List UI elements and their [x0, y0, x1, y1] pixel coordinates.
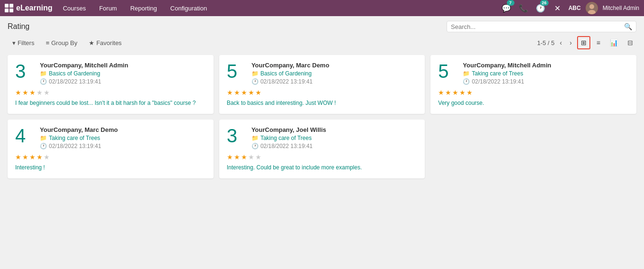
- star-icon: ★: [37, 153, 43, 161]
- datetime-value: 02/18/2022 13:19:41: [261, 143, 313, 149]
- user-avatar[interactable]: [586, 2, 598, 14]
- activity-button[interactable]: 🕐 26: [534, 2, 547, 14]
- star-icon: ★: [29, 153, 36, 161]
- favorites-label: Favorites: [96, 39, 121, 46]
- pagination-info: 1-5 / 5: [537, 39, 555, 46]
- card-comment: Back to basics and interesting. Just WOW…: [227, 99, 418, 107]
- star-icon: ★: [22, 89, 28, 96]
- content-area: Rating 🔍 ▾ Filters ≡ Group By ★ Favorite…: [0, 16, 644, 183]
- star-icon: ★: [227, 89, 233, 96]
- favorites-button[interactable]: ★ Favorites: [84, 37, 126, 48]
- messages-badge: 7: [507, 0, 514, 6]
- groupby-button[interactable]: ≡ Group By: [41, 37, 82, 48]
- view-pivot-button[interactable]: ⊟: [624, 37, 636, 49]
- card-name: YourCompany, Mitchell Admin: [40, 62, 206, 69]
- card-course[interactable]: 📁 Taking care of Trees: [40, 135, 206, 141]
- star-icon: ★: [445, 89, 451, 96]
- card-datetime: 🕐 02/18/2022 13:19:41: [40, 143, 206, 149]
- card-top: 5 YourCompany, Mitchell Admin 📁 Taking c…: [438, 62, 629, 85]
- card-course[interactable]: 📁 Basics of Gardening: [252, 70, 418, 77]
- card-comment: Very good course.: [438, 99, 629, 107]
- app-name: eLearning: [16, 4, 52, 12]
- card-course[interactable]: 📁 Basics of Gardening: [40, 70, 206, 77]
- card-stars: ★★★★★: [227, 89, 418, 96]
- star-icon: ★: [467, 89, 473, 96]
- course-name: Taking care of Trees: [472, 70, 523, 77]
- logo-grid-icon: [5, 4, 13, 12]
- star-icon: ★: [241, 153, 247, 161]
- card-datetime: 🕐 02/18/2022 13:19:41: [463, 78, 629, 85]
- rating-card: 3 YourCompany, Joel Willis 📁 Taking care…: [219, 120, 425, 178]
- card-comment: Interesting. Could be great to include m…: [227, 164, 418, 172]
- star-icon: ★: [452, 89, 458, 96]
- menu-configuration[interactable]: Configuration: [165, 3, 213, 14]
- card-datetime: 🕐 02/18/2022 13:19:41: [252, 143, 418, 149]
- subheader: Rating 🔍: [8, 21, 636, 32]
- card-stars: ★★★★★: [15, 153, 206, 161]
- toolbar: ▾ Filters ≡ Group By ★ Favorites 1-5 / 5…: [8, 36, 636, 49]
- star-icon: ★: [438, 89, 444, 96]
- card-info: YourCompany, Marc Demo 📁 Taking care of …: [40, 126, 206, 149]
- clock-icon: 🕐: [40, 143, 47, 149]
- pagination-prev[interactable]: ‹: [557, 38, 564, 47]
- card-comment: Interesting !: [15, 164, 206, 172]
- star-icon: ★: [459, 89, 466, 96]
- svg-point-1: [589, 4, 594, 9]
- card-course[interactable]: 📁 Taking care of Trees: [463, 70, 629, 77]
- card-name: YourCompany, Marc Demo: [40, 126, 206, 133]
- pagination-next[interactable]: ›: [567, 38, 574, 47]
- star-icon: ★: [15, 89, 21, 96]
- star-icon: ★: [234, 89, 240, 96]
- topnav-right: 💬 7 📞 🕐 26 ✕ ABC Mitchell Admin: [500, 2, 639, 14]
- folder-icon: 📁: [252, 135, 259, 141]
- phone-button[interactable]: 📞: [517, 2, 530, 14]
- search-input[interactable]: [451, 23, 624, 30]
- abc-label[interactable]: ABC: [569, 5, 581, 11]
- card-datetime: 🕐 02/18/2022 13:19:41: [252, 78, 418, 85]
- star-icon: ★: [241, 89, 247, 96]
- view-chart-button[interactable]: 📊: [607, 37, 621, 49]
- clock-icon: 🕐: [252, 78, 259, 85]
- star-icon: ★: [15, 153, 21, 161]
- view-kanban-button[interactable]: ⊞: [577, 36, 590, 49]
- card-stars: ★★★★★: [15, 89, 206, 96]
- favorites-icon: ★: [89, 39, 94, 46]
- card-score: 5: [438, 62, 457, 81]
- groupby-label: Group By: [51, 39, 77, 46]
- menu-reporting[interactable]: Reporting: [124, 3, 162, 14]
- card-course[interactable]: 📁 Taking care of Trees: [252, 135, 418, 141]
- filters-button[interactable]: ▾ Filters: [8, 37, 39, 48]
- search-icon[interactable]: 🔍: [624, 23, 632, 30]
- clock-icon: 🕐: [40, 78, 47, 85]
- star-icon: ★: [37, 89, 43, 96]
- menu-courses[interactable]: Courses: [57, 3, 91, 14]
- app-logo[interactable]: eLearning: [5, 4, 52, 12]
- view-list-button[interactable]: ≡: [593, 37, 604, 49]
- star-icon: ★: [29, 89, 36, 96]
- card-stars: ★★★★★: [227, 153, 418, 161]
- card-score: 3: [15, 62, 34, 81]
- datetime-value: 02/18/2022 13:19:41: [472, 78, 524, 85]
- main-menu: Courses Forum Reporting Configuration: [57, 3, 500, 14]
- username-label[interactable]: Mitchell Admin: [603, 5, 639, 11]
- card-score: 4: [15, 126, 34, 145]
- folder-icon: 📁: [40, 70, 47, 77]
- course-name: Taking care of Trees: [261, 135, 312, 141]
- card-name: YourCompany, Marc Demo: [252, 62, 418, 69]
- star-icon: ★: [44, 153, 50, 161]
- groupby-icon: ≡: [46, 39, 49, 46]
- settings-button[interactable]: ✕: [551, 2, 564, 14]
- topnav: eLearning Courses Forum Reporting Config…: [0, 0, 644, 16]
- card-top: 5 YourCompany, Marc Demo 📁 Basics of Gar…: [227, 62, 418, 85]
- star-icon: ★: [234, 153, 240, 161]
- star-icon: ★: [248, 153, 254, 161]
- card-info: YourCompany, Mitchell Admin 📁 Taking car…: [463, 62, 629, 85]
- menu-forum[interactable]: Forum: [93, 3, 123, 14]
- card-datetime: 🕐 02/18/2022 13:19:41: [40, 78, 206, 85]
- card-top: 4 YourCompany, Marc Demo 📁 Taking care o…: [15, 126, 206, 149]
- messages-button[interactable]: 💬 7: [500, 2, 513, 14]
- page-title: Rating: [8, 22, 447, 31]
- clock-icon: 🕐: [463, 78, 470, 85]
- card-name: YourCompany, Mitchell Admin: [463, 62, 629, 69]
- search-bar[interactable]: 🔍: [447, 21, 636, 32]
